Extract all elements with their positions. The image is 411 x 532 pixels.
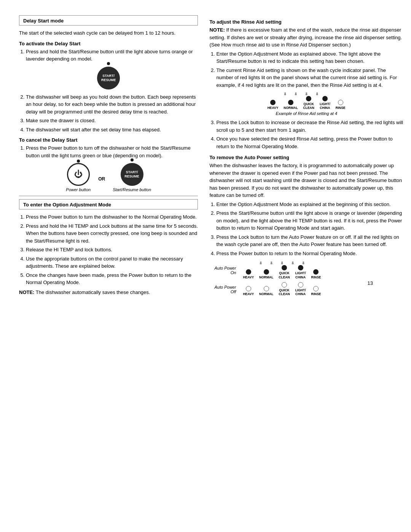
cancel-buttons-illustration: ⏻ Power button OR START/ RESUME Start/Re…	[19, 163, 198, 192]
delay-start-intro: The start of the selected wash cycle can…	[19, 29, 198, 37]
activate-step-4: The dishwasher will start after the set …	[26, 126, 198, 134]
on-light-dot	[298, 265, 303, 270]
right-column: To adjust the Rinse Aid setting NOTE: If…	[209, 15, 403, 297]
indicator-row-rinse: HEAVY NORMAL QUICKCLEAN LIGHT/CHINA	[268, 96, 346, 110]
rinse-aid-note: NOTE: If there is excessive foam at the …	[209, 26, 403, 49]
page-number: 13	[368, 280, 373, 286]
off-heavy: HEAVY	[243, 286, 254, 296]
off-rinse-dot	[313, 286, 319, 291]
rinse-aid-note-text: If there is excessive foam at the end of…	[209, 27, 402, 48]
indicator-normal: NORMAL	[284, 100, 298, 110]
power-button-label: Power button	[66, 187, 91, 192]
indicator-heavy: HEAVY	[268, 100, 279, 110]
auto-power-off-row: Auto Power Off HEAVY NORMAL	[209, 282, 403, 297]
light-dot	[322, 96, 328, 101]
rinse-aid-step-1: Enter the Option Adjustment Mode as expl…	[216, 50, 403, 65]
rinse-aid-steps-list: Enter the Option Adjustment Mode as expl…	[209, 50, 403, 89]
off-heavy-label: HEAVY	[243, 292, 254, 296]
option-step-5: Once the changes have been made, press t…	[26, 272, 198, 286]
spark-on-3: ⥥	[279, 261, 285, 265]
heavy-dot	[270, 100, 276, 105]
normal-dot	[288, 100, 293, 105]
heavy-label: HEAVY	[268, 106, 279, 110]
note-label: NOTE:	[19, 289, 34, 295]
auto-power-on-panel: ⥥ ⥥ ⥥ ⥥ ⥥ HEAVY NORMAL	[243, 261, 321, 280]
on-light: LIGHT/CHINA	[295, 265, 306, 279]
spark-on-4: ⥥	[290, 261, 295, 265]
cancel-title: To cancel the Delay Start	[19, 137, 198, 143]
on-rinse: RINSE	[311, 269, 321, 279]
off-normal-label: NORMAL	[259, 292, 273, 296]
power-btn-container: ⏻ Power button	[66, 163, 91, 192]
on-heavy-label: HEAVY	[243, 275, 254, 279]
option-mode-section: To enter the Option Adjustment Mode	[19, 199, 198, 209]
rinse-aid-panel-caption: Example of Rinse Aid setting at 4	[276, 111, 337, 116]
activate-step-2: The dishwasher will beep as you hold dow…	[26, 93, 198, 116]
power-dot-indicator	[77, 160, 80, 163]
start-resume-button-illustration: START/ RESUME	[19, 67, 198, 89]
spark-5	[325, 92, 330, 96]
auto-power-step-3: Press the Lock button to turn the Auto P…	[216, 233, 403, 248]
on-rinse-label: RINSE	[311, 275, 321, 279]
indicator-light: LIGHT/CHINA	[320, 96, 330, 110]
auto-power-step-4: Press the Power button to return to the …	[216, 250, 403, 257]
delay-start-section: Delay Start mode	[19, 15, 198, 26]
note-text: The dishwasher automatically saves these…	[34, 289, 150, 295]
spark-3: ⥥	[304, 92, 309, 96]
rinse-dot	[338, 100, 343, 105]
indicator-rinse: RINSE	[336, 100, 346, 110]
indicator-quick: QUICKCLEAN	[303, 96, 314, 110]
cancel-steps-list: Press the Power button to turn off the d…	[19, 144, 198, 159]
auto-power-title: To remove the Auto Power setting	[209, 155, 403, 160]
rinse-aid-panel-diagram: ⥥ ⥥ ⥥ ⥥ HEAVY NORMAL	[209, 92, 403, 116]
activate-steps-list: Press and hold the Start/Resume button u…	[19, 48, 198, 63]
off-quick-dot	[282, 282, 287, 288]
spark-1: ⥥	[282, 92, 288, 96]
auto-power-off-panel: HEAVY NORMAL QUICKCLEAN LIGHT/CHINA	[243, 282, 321, 297]
start-resume-btn-container: START/ RESUME Start/Resume button	[113, 163, 151, 192]
start-resume-label2-line2: RESUME	[124, 174, 139, 179]
rinse-aid-step-2: The current Rinse Aid setting is shown o…	[216, 67, 403, 89]
start-resume-button-graphic-2: START/ RESUME	[121, 163, 143, 186]
option-note: NOTE: The dishwasher automatically saves…	[19, 289, 198, 296]
sparks-row-on: ⥥ ⥥ ⥥ ⥥ ⥥	[258, 261, 306, 265]
option-mode-steps-list: Press the Power button to turn the dishw…	[19, 213, 198, 286]
on-rinse-dot	[313, 269, 319, 275]
auto-power-off-label: Auto Power Off	[209, 285, 236, 294]
on-heavy: HEAVY	[243, 269, 254, 279]
spark-on-2: ⥥	[269, 261, 274, 265]
start-resume-label-line1: START/	[102, 74, 115, 78]
power-icon: ⏻	[74, 169, 83, 179]
off-normal-dot	[264, 286, 269, 291]
auto-power-on-label: Auto Power On	[209, 266, 236, 275]
activate-title: To activate the Delay Start	[19, 41, 198, 46]
left-column: Delay Start mode The start of the select…	[19, 15, 198, 297]
sparks-row-rinse: ⥥ ⥥ ⥥ ⥥	[282, 92, 330, 96]
cancel-step-1: Press the Power button to turn off the d…	[26, 144, 198, 159]
off-quick: QUICKCLEAN	[279, 282, 290, 296]
indicator-row-off: HEAVY NORMAL QUICKCLEAN LIGHT/CHINA	[243, 282, 321, 296]
button-dot-indicator	[107, 62, 110, 65]
start-resume-button-graphic: START/ RESUME	[97, 67, 120, 89]
on-quick-dot	[282, 265, 287, 270]
activate-step-3: Make sure the drawer is closed.	[26, 117, 198, 125]
off-normal: NORMAL	[259, 286, 273, 296]
off-light-label: LIGHT/CHINA	[295, 288, 306, 296]
activate-steps-list-cont: The dishwasher will beep as you hold dow…	[19, 93, 198, 134]
spark-2: ⥥	[293, 92, 298, 96]
auto-power-steps-list: Enter the Option Adjustment Mode as expl…	[209, 201, 403, 257]
option-mode-title: To enter the Option Adjustment Mode	[23, 202, 111, 208]
or-text: OR	[98, 176, 105, 182]
button-dot-indicator-2	[131, 158, 134, 161]
on-normal: NORMAL	[259, 269, 273, 279]
off-rinse: RINSE	[311, 286, 321, 296]
rinse-aid-step-4: Once you have selected the desired Rinse…	[216, 135, 403, 150]
divider-1	[19, 196, 198, 196]
off-quick-label: QUICKCLEAN	[279, 288, 290, 296]
auto-power-step-1: Enter the Option Adjustment Mode as expl…	[216, 201, 403, 208]
start-resume-button-label: Start/Resume button	[113, 187, 151, 192]
option-step-4: Use the appropriate buttons on the contr…	[26, 255, 198, 270]
delay-start-title: Delay Start mode	[23, 18, 64, 24]
quick-dot	[306, 96, 311, 101]
option-step-1: Press the Power button to turn the dishw…	[26, 213, 198, 221]
